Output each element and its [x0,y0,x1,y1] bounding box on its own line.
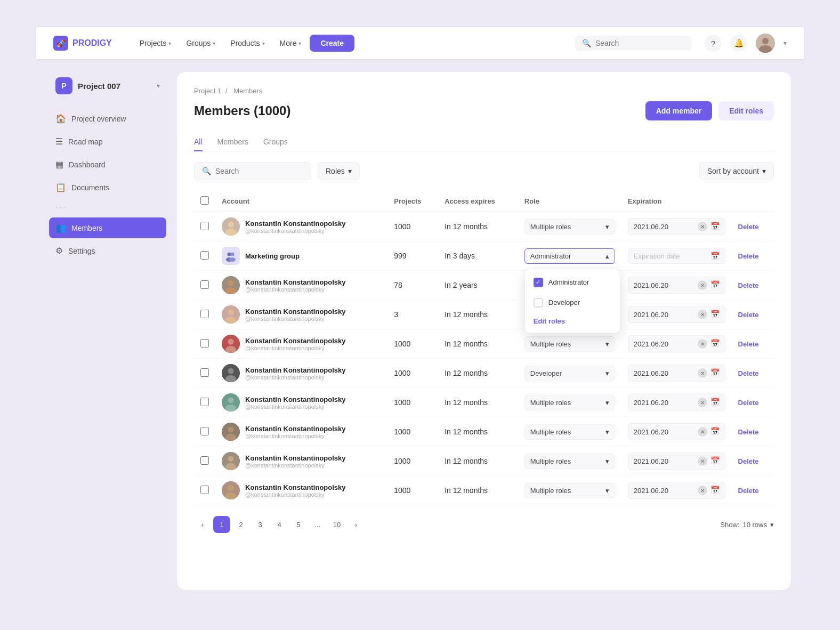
sidebar-item-members[interactable]: 👥 Members [49,217,166,238]
row-checkbox[interactable] [200,222,209,230]
tab-members[interactable]: Members [217,133,248,151]
clear-expiration-button[interactable]: ✕ [698,427,707,437]
role-select[interactable]: Multiple roles ▾ [524,336,615,352]
members-search-input[interactable] [215,167,303,175]
role-option-developer[interactable]: Developer [525,293,620,313]
prev-page-button[interactable]: ‹ [194,516,211,533]
create-button[interactable]: Create [310,35,354,52]
role-label: Multiple roles [530,457,571,465]
page-2-button[interactable]: 2 [232,516,249,533]
breadcrumb-project[interactable]: Project 1 [194,87,221,95]
row-checkbox[interactable] [200,339,209,348]
rows-per-page-select[interactable]: Show: 10 rows ▾ [720,521,774,529]
member-account: Konstantin Konstantinopolsky @konstantin… [222,452,381,470]
add-member-button[interactable]: Add member [645,101,713,120]
page-10-button[interactable]: 10 [328,516,345,533]
delete-button[interactable]: Delete [738,252,759,260]
sidebar-item-dashboard[interactable]: ▦ Dashboard [49,154,166,175]
clear-expiration-button[interactable]: ✕ [698,486,707,495]
row-checkbox[interactable] [200,456,209,465]
delete-button[interactable]: Delete [738,340,759,348]
page-5-button[interactable]: 5 [290,516,307,533]
expiration-field: 2021.06.20 ✕ 📅 [628,365,725,382]
calendar-icon[interactable]: 📅 [710,456,720,466]
clear-expiration-button[interactable]: ✕ [698,368,707,378]
nav-projects[interactable]: Projects ▾ [133,36,178,51]
expiration-field[interactable]: Expiration date 📅 [628,248,725,264]
roles-filter-button[interactable]: Roles ▾ [318,162,360,180]
calendar-icon[interactable]: 📅 [710,368,720,378]
clear-expiration-button[interactable]: ✕ [698,222,707,231]
sidebar-item-project-overview[interactable]: 🏠 Project overview [49,108,166,129]
notifications-icon-btn[interactable]: 🔔 [730,35,747,52]
tab-all[interactable]: All [194,133,203,151]
member-handle: @konstantinkonstantinopolsky [245,403,346,410]
clear-expiration-button[interactable]: ✕ [698,310,707,319]
page-3-button[interactable]: 3 [252,516,269,533]
edit-roles-button[interactable]: Edit roles [718,101,774,120]
next-page-button[interactable]: › [348,516,365,533]
nav-more[interactable]: More ▾ [273,36,308,51]
calendar-icon[interactable]: 📅 [710,486,720,495]
calendar-icon[interactable]: 📅 [710,398,720,407]
role-option-administrator[interactable]: ✓ Administrator [525,272,620,293]
clear-expiration-button[interactable]: ✕ [698,456,707,466]
row-checkbox[interactable] [200,427,209,435]
calendar-icon[interactable]: 📅 [710,280,720,290]
help-icon-btn[interactable]: ? [705,35,722,52]
nav-search-box[interactable]: 🔍 [575,36,692,51]
members-search-box[interactable]: 🔍 [194,162,311,180]
sidebar-item-road-map[interactable]: ☰ Road map [49,131,166,152]
row-checkbox[interactable] [200,280,209,289]
calendar-icon[interactable]: 📅 [710,252,720,260]
calendar-icon[interactable]: 📅 [710,310,720,319]
rows-dropdown-arrow: ▾ [770,521,774,529]
sort-by-account-button[interactable]: Sort by account ▾ [699,162,774,180]
clear-expiration-button[interactable]: ✕ [698,280,707,290]
clear-expiration-button[interactable]: ✕ [698,339,707,349]
role-select[interactable]: Multiple roles ▾ [524,424,615,440]
delete-button[interactable]: Delete [738,223,759,231]
user-menu-arrow[interactable]: ▾ [784,39,787,47]
select-all-checkbox[interactable] [200,196,209,205]
role-select[interactable]: Multiple roles ▾ [524,219,615,235]
clear-expiration-button[interactable]: ✕ [698,398,707,407]
role-select[interactable]: Multiple roles ▾ [524,454,615,469]
sidebar-item-settings[interactable]: ⚙ Settings [49,240,166,261]
role-dropdown-arrow: ▾ [605,428,609,436]
calendar-icon[interactable]: 📅 [710,339,720,349]
delete-button[interactable]: Delete [738,369,759,377]
delete-button[interactable]: Delete [738,487,759,495]
delete-button[interactable]: Delete [738,281,759,289]
nav-groups[interactable]: Groups ▾ [180,36,222,51]
delete-button[interactable]: Delete [738,428,759,436]
nav-products[interactable]: Products ▾ [224,36,271,51]
row-checkbox[interactable] [200,310,209,318]
edit-roles-link[interactable]: Edit roles [525,313,620,329]
role-select[interactable]: Developer ▾ [524,366,615,381]
nav-search-input[interactable] [595,39,684,47]
delete-button[interactable]: Delete [738,457,759,465]
table-row: Konstantin Konstantinopolsky @konstantin… [194,300,774,329]
delete-button[interactable]: Delete [738,311,759,319]
role-select[interactable]: Multiple roles ▾ [524,395,615,410]
row-checkbox[interactable] [200,486,209,494]
tab-groups[interactable]: Groups [263,133,288,151]
page-4-button[interactable]: 4 [271,516,288,533]
role-select[interactable]: Administrator ▴ [524,248,615,264]
user-avatar-btn[interactable] [756,34,775,53]
row-checkbox[interactable] [200,251,209,260]
sidebar-item-documents[interactable]: 📋 Documents [49,177,166,198]
row-checkbox[interactable] [200,398,209,406]
expiration-field: 2021.06.20 ✕ 📅 [628,218,725,235]
page-1-button[interactable]: 1 [213,516,230,533]
calendar-icon[interactable]: 📅 [710,222,720,231]
role-select[interactable]: Multiple roles ▾ [524,483,615,498]
member-account: Konstantin Konstantinopolsky @konstantin… [222,393,381,411]
delete-button[interactable]: Delete [738,399,759,407]
logo[interactable]: 🚀 PRODIGY [53,36,112,51]
row-checkbox[interactable] [200,368,209,377]
calendar-icon[interactable]: 📅 [710,427,720,437]
access-expires: In 12 months [445,427,488,436]
sidebar-project-selector[interactable]: P Project 007 ▾ [49,72,166,100]
